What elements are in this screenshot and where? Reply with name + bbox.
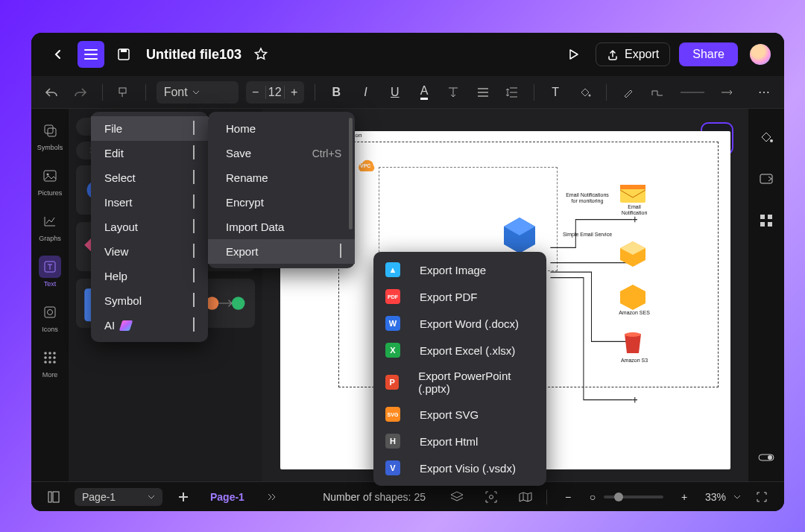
add-page-button[interactable] (170, 484, 197, 510)
menu-item-layout[interactable]: Layout (91, 215, 208, 239)
font-color-button[interactable]: A (413, 80, 435, 105)
svg-rect-2 (119, 88, 126, 93)
page-tab[interactable]: Page-1 (204, 491, 250, 503)
menu-item-home[interactable]: Home (208, 116, 355, 141)
svg-rect-53 (48, 492, 51, 502)
hamburger-menu-button[interactable] (78, 41, 104, 68)
page-select[interactable]: Page-1 (75, 488, 162, 506)
font-size-minus[interactable]: − (246, 86, 265, 99)
leftrail-graphs[interactable]: Graphs (31, 210, 69, 242)
line-spacing-button[interactable] (501, 80, 523, 105)
undo-button[interactable] (40, 80, 62, 105)
font-size-select[interactable]: − 12 + (246, 81, 304, 104)
svg-rect-9 (45, 307, 55, 317)
zoom-slider[interactable] (604, 495, 663, 498)
export-option[interactable]: PDFExport PDF (373, 283, 546, 310)
file-type-icon: SVG (385, 407, 400, 422)
svg-point-14 (44, 356, 47, 359)
leftrail-more[interactable]: More (31, 346, 69, 379)
export-option[interactable]: ▲Export Image (373, 256, 546, 283)
export-option[interactable]: VExport Visio (.vsdx) (373, 455, 546, 481)
menu-item-save[interactable]: SaveCtrl+S (208, 141, 355, 165)
panel-toggle-button[interactable] (753, 165, 780, 192)
menu-item-encrypt[interactable]: Encrypt (208, 190, 355, 215)
font-size-plus[interactable]: + (285, 86, 304, 99)
connector-tool-button[interactable] (646, 80, 668, 105)
export-option-label: Export SVG (420, 408, 479, 421)
more-format-button[interactable]: ⋯ (754, 80, 775, 105)
fill-color-button[interactable] (574, 80, 596, 105)
export-button[interactable]: Export (596, 42, 670, 66)
save-icon[interactable] (110, 41, 137, 68)
svg-rect-49 (760, 222, 765, 227)
italic-button[interactable]: I (355, 80, 376, 105)
text-tool-button[interactable]: T (545, 80, 566, 105)
svg-rect-50 (768, 222, 772, 227)
menu-item-label: Export (226, 245, 258, 258)
leftrail-symbols[interactable]: Symbols (31, 119, 69, 151)
file-title[interactable]: Untitled file103 (146, 47, 242, 63)
export-option[interactable]: PExport PowerPoint (.pptx) (373, 364, 546, 401)
underline-button[interactable]: U (384, 80, 405, 105)
export-option[interactable]: HExport Html (373, 428, 546, 455)
menu-item-edit[interactable]: Edit (91, 141, 208, 165)
arrow-style-button[interactable] (716, 80, 738, 105)
bold-button[interactable]: B (326, 80, 347, 105)
layers-button[interactable] (443, 484, 470, 510)
page-tabs-more-button[interactable] (258, 484, 285, 510)
pen-tool-button[interactable] (617, 80, 639, 105)
text-vertical-align-button[interactable] (443, 80, 464, 105)
leftrail-text[interactable]: Text (31, 256, 69, 288)
chevron-right-icon (193, 221, 195, 233)
menu-item-export[interactable]: Export (208, 239, 355, 264)
back-button[interactable] (45, 41, 72, 68)
svg-point-7 (47, 174, 49, 176)
page-select-label: Page-1 (82, 491, 116, 503)
grid-apps-button[interactable] (753, 207, 780, 234)
user-avatar[interactable] (750, 44, 771, 65)
fullscreen-button[interactable] (748, 484, 775, 510)
menu-item-file[interactable]: File (91, 116, 208, 141)
main-menu[interactable]: FileEditSelectInsertLayoutViewHelpSymbol… (91, 112, 208, 342)
file-submenu[interactable]: HomeSaveCtrl+SRenameEncryptImport DataEx… (208, 112, 355, 268)
menu-item-label: Layout (104, 221, 138, 233)
star-favorite-icon[interactable] (247, 41, 274, 68)
export-option[interactable]: SVGExport SVG (373, 401, 546, 428)
settings-toggle-button[interactable] (753, 444, 780, 471)
export-submenu[interactable]: ▲Export ImagePDFExport PDFWExport Word (… (373, 252, 546, 486)
export-option[interactable]: WExport Word (.docx) (373, 310, 546, 337)
svg-rect-48 (768, 215, 772, 219)
redo-button[interactable] (69, 80, 91, 105)
menu-item-ai[interactable]: AI (91, 313, 208, 338)
menu-item-import-data[interactable]: Import Data (208, 215, 355, 239)
share-label: Share (692, 48, 724, 60)
menu-item-label: Home (226, 122, 256, 135)
menu-item-label: Rename (226, 171, 268, 184)
map-minimap-button[interactable] (512, 484, 539, 510)
share-button[interactable]: Share (679, 42, 738, 66)
menu-item-insert[interactable]: Insert (91, 190, 208, 215)
page-layout-icon[interactable] (40, 484, 67, 510)
menu-item-symbol[interactable]: Symbol (91, 288, 208, 313)
zoom-in-button[interactable]: + (671, 484, 698, 510)
menu-item-help[interactable]: Help (91, 264, 208, 288)
chevron-right-icon (193, 147, 195, 159)
menu-item-rename[interactable]: Rename (208, 165, 355, 190)
leftrail-icons[interactable]: Icons (31, 301, 69, 333)
play-present-button[interactable] (560, 41, 587, 68)
line-style-select[interactable] (681, 92, 705, 93)
export-option[interactable]: XExport Excel (.xlsx) (373, 337, 546, 364)
zoom-dropdown-icon[interactable] (733, 495, 741, 499)
svg-point-16 (53, 356, 56, 359)
leftrail-pictures[interactable]: Pictures (31, 165, 69, 197)
scrollbar-thumb[interactable] (349, 118, 353, 229)
theme-fill-button[interactable] (753, 124, 780, 151)
chevron-right-icon (193, 245, 195, 258)
format-painter-button[interactable] (113, 80, 134, 105)
focus-center-button[interactable] (478, 484, 505, 510)
text-align-button[interactable] (472, 80, 493, 105)
zoom-out-button[interactable]: − (555, 484, 581, 510)
menu-item-view[interactable]: View (91, 239, 208, 264)
menu-item-select[interactable]: Select (91, 165, 208, 190)
font-family-select[interactable]: Font (157, 81, 239, 104)
